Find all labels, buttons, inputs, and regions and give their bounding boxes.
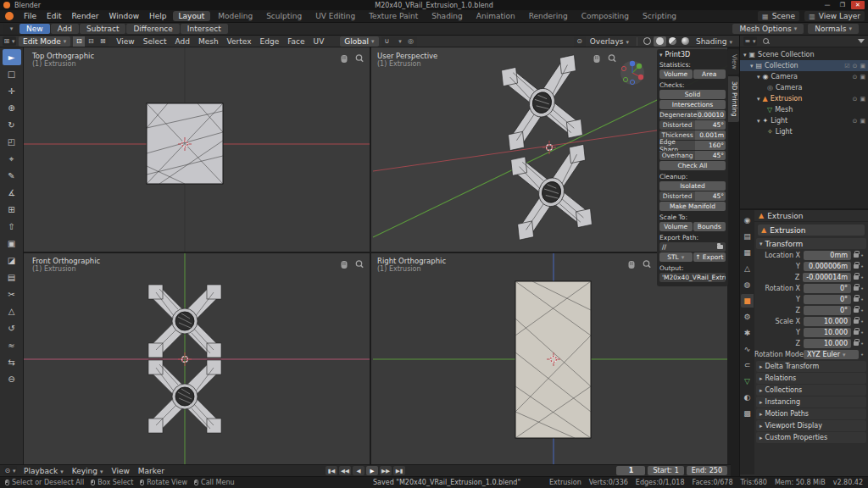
play-reverse-button[interactable]: ◀ — [353, 466, 364, 475]
tab-object[interactable]: ■ — [741, 294, 754, 308]
outliner-row-camera-object[interactable]: ◉ Camera ⊙ ▣ — [740, 71, 868, 82]
cleanup-distorted-angle-field[interactable]: 45° — [695, 191, 726, 201]
workspace-tab-scripting[interactable]: Scripting — [637, 11, 682, 21]
checkbox-icon[interactable]: ☑ — [844, 63, 849, 69]
lock-icon[interactable] — [854, 330, 859, 335]
pan-hand-icon[interactable] — [594, 55, 600, 63]
edge-select-mode-button[interactable]: ⊟ — [85, 36, 97, 47]
frame-end-field[interactable]: End: 250 — [687, 466, 727, 475]
tool-option-add-button[interactable]: Add — [51, 24, 79, 34]
tab-physics[interactable]: ∿ — [741, 342, 754, 356]
export-button[interactable]: ↑ Export — [693, 252, 726, 262]
scene-selector[interactable]: ▦ Scene — [758, 11, 799, 21]
minimize-button[interactable]: — — [821, 1, 834, 9]
editor-type-selector[interactable]: ⊞ — [3, 36, 16, 46]
sidebar-tab-view[interactable]: View — [728, 49, 739, 75]
rotation-mode-dropdown[interactable]: XYZ Euler — [804, 350, 859, 359]
smooth-tool[interactable]: ≈ — [3, 337, 21, 353]
decorator-icon[interactable]: • — [859, 263, 865, 270]
snap-magnet-toggle[interactable]: ∪ — [381, 36, 393, 47]
render-visibility-icon[interactable]: ▣ — [860, 74, 865, 80]
pan-hand-icon[interactable] — [342, 261, 348, 269]
decorator-icon[interactable]: • — [859, 297, 865, 303]
check-degenerate-button[interactable]: Degenerate — [659, 110, 697, 119]
cursor-tool[interactable]: ✛ — [3, 83, 21, 99]
distorted-angle-field[interactable]: 45° — [695, 120, 726, 130]
hide-eye-icon[interactable]: ⊙ — [853, 118, 858, 125]
mode-selector[interactable]: Edit Mode — [19, 36, 70, 47]
tab-material[interactable]: ◐ — [741, 391, 754, 404]
maximize-button[interactable]: ❐ — [836, 1, 849, 9]
scale-to-bounds-button[interactable]: Bounds — [693, 222, 726, 231]
next-keyframe-button[interactable]: ▶▶ — [380, 466, 392, 475]
decorator-icon[interactable]: • — [859, 308, 865, 314]
timeline-view-menu[interactable]: View — [107, 467, 133, 475]
transform-tool[interactable]: ⌖ — [3, 151, 21, 167]
view-menu[interactable]: View — [112, 37, 138, 46]
inset-faces-tool[interactable]: ▣ — [3, 236, 21, 252]
menu-edit[interactable]: Edit — [42, 12, 66, 20]
vertex-menu[interactable]: Vertex — [223, 37, 256, 46]
tab-output[interactable]: ▤ — [741, 230, 754, 243]
snap-settings-dropdown[interactable] — [393, 36, 405, 47]
show-gizmo-toggle[interactable]: ⊙ — [574, 36, 586, 47]
outliner-row-light-data[interactable]: ✧ Light — [740, 126, 868, 137]
sidebar-tab-3d-printing[interactable]: 3D Printing — [728, 76, 739, 122]
poly-build-tool[interactable]: △ — [3, 303, 21, 319]
active-tool-icon[interactable] — [3, 25, 17, 34]
tab-render[interactable]: ◉ — [741, 214, 754, 227]
section-instancing[interactable]: Instancing — [756, 396, 866, 408]
current-frame-field[interactable]: 1 — [616, 466, 645, 475]
tab-world[interactable]: ◍ — [741, 278, 754, 291]
measure-tool[interactable]: ∡ — [3, 185, 21, 201]
navigation-gizmo[interactable] — [620, 61, 644, 85]
wireframe-shading-button[interactable] — [641, 36, 654, 47]
hide-eye-icon[interactable]: ⊙ — [853, 63, 858, 69]
timeline-editor-selector[interactable]: ⊙ — [3, 466, 17, 475]
section-motion-paths[interactable]: Motion Paths — [756, 408, 866, 419]
filter-funnel-icon[interactable] — [858, 39, 865, 43]
scale-z-field[interactable]: 10.000 — [804, 339, 851, 348]
material-shading-button[interactable] — [666, 36, 679, 47]
loop-cut-tool[interactable]: ▤ — [3, 269, 21, 286]
workspace-tab-compositing[interactable]: Compositing — [576, 11, 635, 21]
lock-icon[interactable] — [854, 264, 859, 269]
cleanup-distorted-button[interactable]: Distorted — [659, 191, 695, 201]
tab-object-data[interactable]: ▽ — [741, 374, 754, 388]
3d-viewport-quad-canvas[interactable] — [24, 47, 727, 464]
scale-tool[interactable]: ◰ — [3, 134, 21, 150]
overlays-dropdown[interactable]: Overlays — [586, 37, 633, 46]
frame-start-field[interactable]: Start: 1 — [648, 466, 683, 475]
decorator-icon[interactable]: • — [859, 352, 865, 358]
tweak-tool[interactable]: ► — [3, 49, 21, 65]
hide-eye-icon[interactable]: ⊙ — [853, 74, 858, 80]
select-box-tool[interactable]: □ — [3, 66, 21, 82]
section-relations[interactable]: Relations — [756, 373, 866, 384]
area-button[interactable]: Area — [693, 69, 726, 79]
scale-to-volume-button[interactable]: Volume — [659, 222, 693, 231]
tab-particles[interactable]: ✱ — [741, 326, 754, 340]
check-all-button[interactable]: Check All — [659, 161, 726, 170]
close-button[interactable]: ✕ — [851, 1, 865, 9]
section-viewport-display[interactable]: Viewport Display — [756, 420, 866, 431]
menu-window[interactable]: Window — [104, 12, 145, 20]
keying-menu[interactable]: Keying — [68, 467, 108, 475]
location-z-field[interactable]: -0.000014m — [803, 273, 851, 282]
decorator-icon[interactable]: • — [859, 319, 865, 325]
overhang-angle-field[interactable]: 45° — [695, 151, 726, 160]
tab-texture[interactable]: ▩ — [741, 407, 754, 420]
outliner-row-extrusion-object[interactable]: ▲ Extrusion ⊙ ▣ — [740, 93, 868, 104]
degenerate-threshold-field[interactable]: 0.00010 — [697, 110, 726, 119]
select-menu[interactable]: Select — [139, 37, 171, 46]
workspace-tab-rendering[interactable]: Rendering — [523, 11, 574, 21]
menu-help[interactable]: Help — [144, 12, 172, 20]
lock-icon[interactable] — [854, 286, 859, 291]
workspace-tab-animation[interactable]: Animation — [470, 11, 521, 21]
annotate-tool[interactable]: ✎ — [3, 168, 21, 184]
lock-icon[interactable] — [854, 297, 859, 302]
add-menu[interactable]: Add — [170, 37, 193, 46]
pan-hand-icon[interactable] — [629, 261, 635, 269]
check-intersections-button[interactable]: Intersections — [659, 100, 726, 109]
lock-icon[interactable] — [854, 308, 859, 313]
check-solid-button[interactable]: Solid — [659, 90, 726, 99]
